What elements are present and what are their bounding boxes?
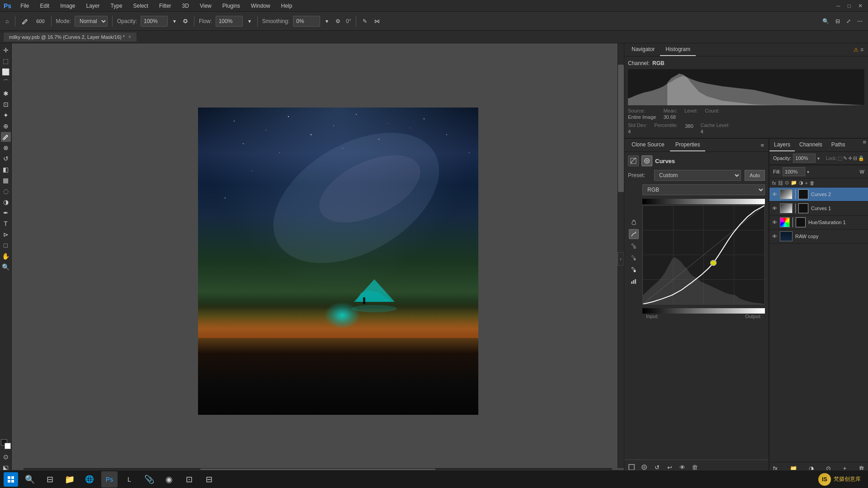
channel-select[interactable]: RGB bbox=[642, 184, 765, 195]
dodge-tool[interactable]: ◑ bbox=[1, 197, 11, 207]
clone-source-tab[interactable]: Clone Source bbox=[626, 139, 670, 151]
add-layer-style-btn[interactable]: fx bbox=[772, 180, 776, 186]
eyedropper-tool[interactable]: ✦ bbox=[1, 110, 11, 120]
move-tool[interactable]: ✛ bbox=[1, 45, 11, 55]
quick-mask-btn[interactable]: ⊙ bbox=[1, 452, 11, 462]
brush-tool[interactable] bbox=[1, 132, 11, 142]
brush-size-dropdown[interactable]: 600 bbox=[34, 18, 46, 25]
artboard-tool[interactable]: ⬚ bbox=[1, 56, 11, 66]
taskbar-app-5[interactable]: 📎 bbox=[141, 471, 157, 488]
taskbar-app-6[interactable]: ◉ bbox=[161, 471, 177, 488]
opacity-dropdown-btn[interactable]: ▾ bbox=[817, 156, 820, 161]
layer-item-rawcopy[interactable]: 👁 RAW copy bbox=[769, 230, 868, 244]
menu-edit[interactable]: Edit bbox=[38, 2, 51, 10]
file-tab[interactable]: milky way.psb @ 16.7% (Curves 2, Layer M… bbox=[4, 33, 137, 42]
taskbar-photoshop[interactable]: Ps bbox=[101, 471, 118, 488]
foreground-color[interactable] bbox=[1, 439, 11, 449]
history-brush-tool[interactable]: ↺ bbox=[1, 154, 11, 164]
curves-eyedropper-white[interactable] bbox=[629, 264, 639, 274]
file-tab-close[interactable]: × bbox=[128, 34, 131, 39]
lock-artboard-btn[interactable]: ⊟ bbox=[853, 155, 857, 161]
search-btn[interactable]: 🔍 bbox=[821, 17, 831, 25]
layer-visibility-rawcopy[interactable]: 👁 bbox=[772, 234, 777, 239]
histogram-menu-btn[interactable]: ≡ bbox=[860, 47, 863, 53]
add-mask-btn[interactable]: ⊙ bbox=[785, 180, 789, 186]
healing-tool[interactable]: ⊕ bbox=[1, 121, 11, 131]
lasso-tool[interactable]: ⌒ bbox=[1, 78, 11, 88]
taskbar-lightroom[interactable]: L bbox=[121, 471, 137, 488]
hand-tool[interactable]: ✋ bbox=[1, 251, 11, 261]
brush-tool-btn[interactable] bbox=[20, 17, 31, 26]
maximize-btn[interactable]: □ bbox=[846, 3, 853, 9]
zoom-tool[interactable]: 🔍 bbox=[1, 262, 11, 272]
gradient-tool[interactable]: ▦ bbox=[1, 175, 11, 185]
new-layer-btn[interactable]: + bbox=[805, 180, 808, 186]
crop-tool[interactable]: ⊡ bbox=[1, 99, 11, 109]
auto-button[interactable]: Auto bbox=[745, 170, 765, 181]
curves-eyedropper-black[interactable] bbox=[629, 241, 639, 251]
layer-visibility-curves2[interactable]: 👁 bbox=[772, 192, 777, 197]
taskbar-task-view[interactable]: ⊟ bbox=[42, 471, 58, 488]
properties-menu-btn[interactable]: ≡ bbox=[760, 142, 764, 149]
blur-tool[interactable]: ◌ bbox=[1, 186, 11, 196]
preset-select[interactable]: Custom bbox=[654, 170, 741, 181]
curves-hand-tool[interactable] bbox=[629, 217, 639, 227]
new-adj-layer-btn[interactable]: ◑ bbox=[799, 180, 803, 186]
histogram-warning-icon[interactable]: ⚠ bbox=[854, 47, 859, 53]
opacity-value-input[interactable]: 100% bbox=[793, 154, 816, 163]
layer-visibility-curves1[interactable]: 👁 bbox=[772, 206, 777, 211]
clone-stamp-tool[interactable]: ⊗ bbox=[1, 143, 11, 153]
navigator-tab[interactable]: Navigator bbox=[626, 43, 660, 56]
opacity-input[interactable]: 100% bbox=[141, 16, 168, 27]
menu-filter[interactable]: Filter bbox=[157, 2, 173, 10]
more-btn[interactable]: ⋯ bbox=[855, 17, 864, 25]
start-button[interactable] bbox=[4, 472, 18, 487]
new-group-btn[interactable]: 📁 bbox=[791, 180, 797, 186]
menu-image[interactable]: Image bbox=[58, 2, 77, 10]
mode-select[interactable]: Normal bbox=[75, 16, 108, 27]
home-button[interactable]: ⌂ bbox=[4, 17, 10, 25]
airbrush-btn[interactable]: ✪ bbox=[181, 17, 189, 25]
panel-collapse-btn[interactable]: › bbox=[618, 252, 624, 266]
curves-histogram-toggle[interactable] bbox=[629, 276, 639, 286]
taskbar-chrome[interactable]: 🌐 bbox=[81, 471, 98, 488]
menu-help[interactable]: Help bbox=[279, 2, 294, 10]
menu-3d[interactable]: 3D bbox=[180, 2, 191, 10]
taskbar-app-7[interactable]: ⊡ bbox=[181, 471, 197, 488]
lock-position-btn[interactable]: ✛ bbox=[848, 155, 852, 161]
menu-select[interactable]: Select bbox=[132, 2, 150, 10]
lock-all-btn[interactable]: 🔒 bbox=[858, 155, 864, 161]
menu-type[interactable]: Type bbox=[109, 2, 124, 10]
taskbar-explorer[interactable]: 📁 bbox=[61, 471, 78, 488]
minimize-btn[interactable]: ─ bbox=[835, 3, 842, 9]
shape-tool[interactable]: □ bbox=[1, 240, 11, 250]
curves-edit-tool[interactable] bbox=[629, 229, 639, 239]
layer-item-curves1[interactable]: 👁 Curves 1 bbox=[769, 202, 868, 216]
curves-icon-btn-1[interactable] bbox=[628, 155, 639, 166]
lock-transparent-btn[interactable]: ⬚ bbox=[838, 155, 842, 161]
smoothing-dropdown-btn[interactable]: ▾ bbox=[324, 17, 330, 25]
layers-tab-layers[interactable]: Layers bbox=[769, 139, 795, 151]
eraser-tool[interactable]: ◧ bbox=[1, 164, 11, 174]
menu-layer[interactable]: Layer bbox=[85, 2, 102, 10]
curves-eyedropper-gray[interactable] bbox=[629, 253, 639, 263]
quick-select-tool[interactable]: ✱ bbox=[1, 89, 11, 99]
taskbar-app-8[interactable]: ⊟ bbox=[201, 471, 217, 488]
pen-tool[interactable]: ✒ bbox=[1, 208, 11, 218]
flow-input[interactable]: 100% bbox=[216, 16, 243, 27]
menu-file[interactable]: File bbox=[19, 2, 31, 10]
curves-graph[interactable] bbox=[642, 205, 765, 305]
taskbar-search[interactable]: 🔍 bbox=[22, 471, 38, 488]
link-layers-btn[interactable]: ⛓ bbox=[778, 180, 783, 186]
layers-menu-btn[interactable]: ≡ bbox=[863, 139, 866, 145]
pressure-btn[interactable]: ✎ bbox=[361, 17, 369, 25]
layers-tab-paths[interactable]: Paths bbox=[827, 139, 850, 151]
flow-dropdown-btn[interactable]: ▾ bbox=[246, 17, 253, 25]
arrange-btn[interactable]: ⊟ bbox=[834, 17, 842, 25]
opacity-dropdown-btn[interactable]: ▾ bbox=[171, 17, 178, 25]
curves-icon-btn-2[interactable] bbox=[642, 155, 652, 166]
menu-view[interactable]: View bbox=[198, 2, 213, 10]
smoothing-input[interactable]: 0% bbox=[293, 16, 320, 27]
layer-item-huesat[interactable]: 👁 Hue/Saturation 1 bbox=[769, 216, 868, 230]
type-tool[interactable]: T bbox=[1, 219, 11, 229]
